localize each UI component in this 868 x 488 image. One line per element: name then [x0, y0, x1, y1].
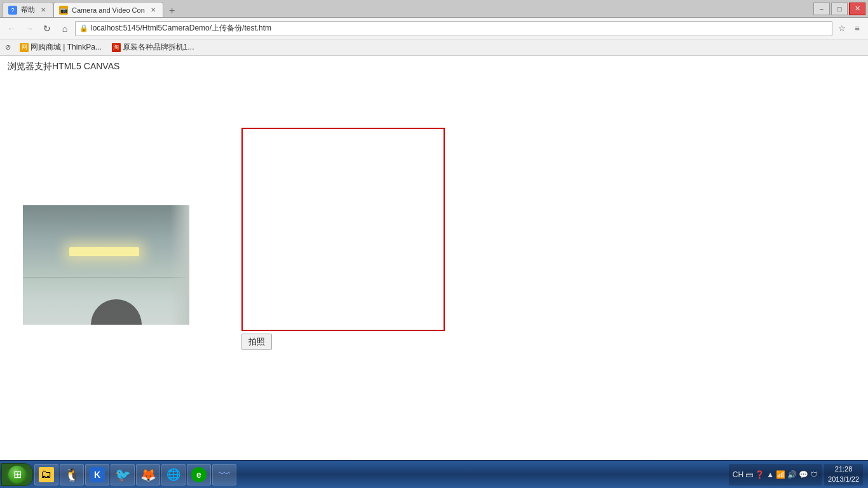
tab-camera-favicon: 📷	[59, 6, 68, 15]
tab-help[interactable]: ? 帮助 ✕	[3, 2, 53, 17]
start-button[interactable]: ⊞	[1, 463, 33, 486]
taskbar-firefox[interactable]: 🦊	[136, 464, 160, 485]
tab-camera-close[interactable]: ✕	[149, 6, 158, 15]
settings-icon[interactable]: ≡	[850, 22, 864, 36]
taskbar-chrome[interactable]: 🌐	[161, 464, 186, 485]
title-bar: ? 帮助 ✕ 📷 Camera and Video Con ✕ + − □ ✕	[0, 0, 868, 18]
tab-camera[interactable]: 📷 Camera and Video Con ✕	[53, 2, 163, 17]
tray-im-icon: 💬	[799, 470, 808, 479]
taskbar-k[interactable]: K	[85, 464, 109, 485]
camera-scene	[23, 205, 189, 325]
tray-security-icon: 🛡	[810, 470, 818, 479]
firefox-icon: 🦊	[140, 467, 156, 482]
nav-right: ☆ ≡	[835, 22, 864, 36]
bookmark-2[interactable]: 淘 原装各种品牌拆机1...	[108, 41, 198, 54]
bookmarks-bar: ⊘ 网 网购商城 | ThinkPa... 淘 原装各种品牌拆机1...	[0, 39, 868, 56]
taskbar-right: CH 🗃 ❓ ▲ 📶 🔊 💬 🛡 21:28 2013/1/22	[725, 464, 867, 485]
taskbar-file-manager[interactable]: 🗂	[34, 464, 58, 485]
window-controls: − □ ✕	[813, 3, 865, 15]
k-icon: K	[90, 467, 105, 482]
taskbar: ⊞ 🗂 🐧 K 🐦 🦊 �	[0, 460, 868, 488]
start-orb-icon: ⊞	[8, 466, 26, 484]
back-button[interactable]: ←	[4, 21, 19, 36]
tab-camera-label: Camera and Video Con	[72, 6, 145, 14]
tray-network-icon: 📶	[776, 470, 785, 479]
taskbar-ie[interactable]: e	[187, 464, 211, 485]
bookmark-1-label: 网购商城 | ThinkPa...	[31, 42, 102, 53]
clock-time: 21:28	[835, 464, 853, 474]
address-lock-icon: 🔒	[79, 24, 88, 32]
file-manager-icon: 🗂	[39, 467, 54, 482]
bookmark-2-icon: 淘	[112, 43, 121, 52]
capture-button[interactable]: 拍照	[241, 334, 272, 350]
bookmark-1-icon: 网	[20, 43, 29, 52]
browser-window: ? 帮助 ✕ 📷 Camera and Video Con ✕ + − □ ✕ …	[0, 0, 868, 488]
tab-help-close[interactable]: ✕	[39, 6, 48, 15]
tray-folder-icon: 🗃	[745, 470, 753, 479]
clock[interactable]: 21:28 2013/1/22	[824, 464, 863, 485]
new-tab-button[interactable]: +	[165, 4, 180, 17]
canvas-area: 拍照	[241, 128, 445, 350]
tray-arrow-icon[interactable]: ▲	[766, 470, 774, 479]
taskbar-items: 🗂 🐧 K 🐦 🦊 🌐 e	[34, 464, 724, 485]
tray-help-icon: ❓	[755, 470, 764, 479]
bookmark-2-label: 原装各种品牌拆机1...	[123, 42, 194, 53]
chrome-icon: 🌐	[166, 467, 181, 482]
forward-button[interactable]: →	[22, 21, 37, 36]
tray-lang-icon: CH	[733, 470, 743, 479]
maximize-button[interactable]: □	[831, 3, 848, 15]
tab-help-favicon: ?	[8, 6, 17, 15]
taskbar-qq[interactable]: 🐧	[60, 464, 84, 485]
wave-icon: 〰	[217, 467, 232, 482]
person-shadow	[91, 299, 142, 325]
bookmark-star-icon[interactable]: ☆	[835, 22, 849, 36]
qq-icon: 🐧	[64, 467, 79, 482]
address-text: localhost:5145/Html5CameraDemo/上传备份/test…	[91, 23, 271, 34]
tray-speaker-icon: 🔊	[787, 470, 797, 479]
bookmarks-label: ⊘	[5, 43, 11, 51]
video-preview	[23, 205, 189, 325]
page-content: 浏览器支持HTML5 CANVAS 拍照	[0, 56, 868, 460]
taskbar-wave[interactable]: 〰	[212, 464, 236, 485]
minimize-button[interactable]: −	[813, 3, 830, 15]
home-button[interactable]: ⌂	[57, 21, 72, 36]
bookmark-1[interactable]: 网 网购商城 | ThinkPa...	[16, 41, 105, 54]
close-button[interactable]: ✕	[849, 3, 865, 15]
reload-button[interactable]: ↻	[39, 21, 55, 36]
wall-line	[23, 277, 189, 278]
ceiling-light	[69, 247, 139, 256]
nav-bar: ← → ↻ ⌂ 🔒 localhost:5145/Html5CameraDemo…	[0, 18, 868, 39]
photo-canvas	[241, 128, 445, 331]
tab-help-label: 帮助	[21, 5, 35, 15]
clock-date: 2013/1/22	[828, 475, 859, 484]
html5-support-text: 浏览器支持HTML5 CANVAS	[8, 61, 860, 72]
sys-tray: CH 🗃 ❓ ▲ 📶 🔊 💬 🛡	[729, 464, 822, 485]
tab-bar: ? 帮助 ✕ 📷 Camera and Video Con ✕ +	[3, 0, 813, 17]
address-bar[interactable]: 🔒 localhost:5145/Html5CameraDemo/上传备份/te…	[75, 21, 832, 36]
video-preview-container	[23, 205, 189, 325]
corner-wall	[170, 205, 189, 325]
taskbar-blue-bird[interactable]: 🐦	[111, 464, 135, 485]
blue-bird-icon: 🐦	[115, 467, 130, 482]
ie-icon: e	[191, 467, 207, 482]
